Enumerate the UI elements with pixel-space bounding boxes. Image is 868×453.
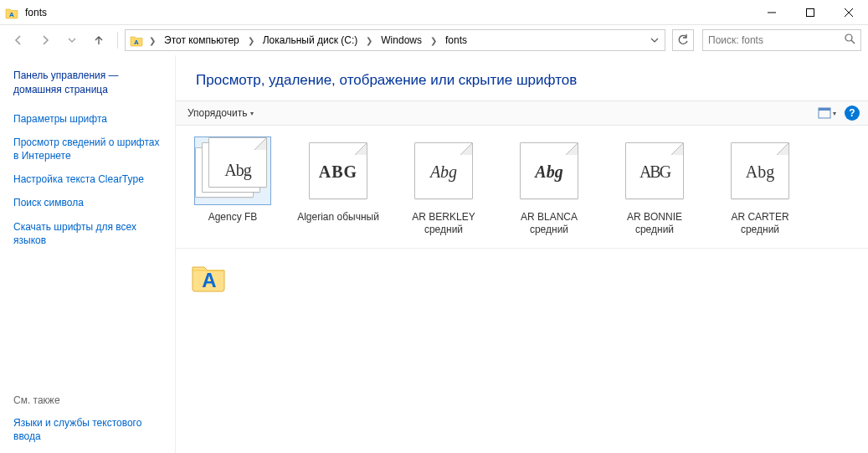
font-name-label: Agency FB [191, 211, 275, 224]
help-button[interactable]: ? [845, 106, 860, 121]
maximize-icon [806, 8, 814, 17]
address-history-button[interactable] [646, 36, 663, 44]
caret-down-icon: ▾ [250, 110, 254, 117]
chevron-down-icon [68, 36, 76, 44]
organize-button[interactable]: Упорядочить ▾ [184, 106, 257, 121]
font-item[interactable]: ABGAR BONNIE средний [613, 137, 696, 236]
svg-rect-5 [819, 108, 830, 111]
font-name-label: AR BONNIE средний [613, 211, 696, 236]
toolbar: Упорядочить ▾ ▾ ? [176, 100, 868, 126]
breadcrumb-item[interactable]: Локальный диск (C:) [258, 30, 363, 50]
fonts-folder-icon: A [130, 33, 143, 47]
svg-point-3 [845, 34, 852, 41]
separator [117, 32, 118, 49]
font-sample: Abg [208, 161, 267, 180]
chevron-right-icon[interactable]: ❯ [364, 36, 374, 45]
sidebar-link[interactable]: Просмотр сведений о шрифтах в Интернете [13, 136, 165, 162]
refresh-icon [677, 34, 689, 46]
minimize-button[interactable] [752, 0, 791, 25]
refresh-button[interactable] [672, 29, 694, 51]
font-thumbnail: Abg [195, 137, 270, 204]
font-sample: Abg [415, 162, 472, 182]
font-sample: ABG [626, 162, 683, 182]
see-also-label: См. также [13, 394, 165, 406]
arrow-right-icon [39, 34, 51, 46]
minimize-icon [768, 8, 776, 17]
font-item[interactable]: AbgAgency FB [191, 137, 275, 236]
page-title: Просмотр, удаление, отображение или скры… [196, 72, 848, 89]
control-panel-home-link[interactable]: Панель управления — домашняя страница [13, 69, 165, 97]
maximize-button[interactable] [791, 0, 829, 25]
caret-down-icon: ▾ [833, 110, 836, 117]
close-button[interactable] [829, 0, 868, 25]
font-name-label: Algerian обычный [296, 211, 380, 224]
font-thumbnail: Abg [722, 137, 798, 204]
organize-label: Упорядочить [187, 107, 247, 119]
forward-button[interactable] [33, 28, 57, 52]
chevron-right-icon[interactable]: ❯ [429, 36, 439, 45]
search-icon[interactable] [845, 33, 855, 47]
search-input[interactable] [708, 34, 845, 46]
sidebar-link[interactable]: Параметры шрифта [13, 112, 165, 126]
sidebar-link[interactable]: Настройка текста ClearType [13, 172, 165, 186]
fonts-folder-large-icon: A [189, 255, 228, 294]
main-pane: Просмотр, удаление, отображение или скры… [176, 55, 868, 453]
search-box[interactable] [702, 29, 861, 51]
chevron-right-icon[interactable]: ❯ [147, 36, 157, 45]
sidebar: Панель управления — домашняя страница Па… [0, 55, 176, 453]
back-button[interactable] [7, 28, 30, 52]
breadcrumb-item[interactable]: Windows [376, 30, 427, 50]
breadcrumb-item[interactable]: fonts [440, 30, 472, 50]
font-sample: Abg [521, 162, 578, 182]
arrow-left-icon [13, 34, 24, 46]
svg-text:A: A [9, 10, 14, 18]
svg-text:A: A [134, 39, 139, 46]
svg-rect-1 [807, 8, 814, 16]
app-icon: A [0, 6, 23, 19]
svg-text:A: A [202, 269, 216, 291]
address-icon: A [127, 33, 146, 47]
window-title: fonts [23, 7, 47, 18]
breadcrumb-item[interactable]: Этот компьютер [159, 30, 244, 50]
see-also-link[interactable]: Языки и службы текстового ввода [13, 416, 165, 443]
chevron-down-icon [650, 36, 659, 44]
font-sample: ABG [310, 162, 367, 182]
title-bar: A fonts [0, 0, 868, 25]
chevron-right-icon[interactable]: ❯ [246, 36, 256, 45]
font-thumbnail: Abg [406, 137, 481, 204]
font-item[interactable]: AbgAR BLANCA средний [507, 137, 591, 236]
font-name-label: AR BLANCA средний [507, 211, 591, 236]
font-thumbnail: Abg [511, 137, 587, 204]
recent-locations-button[interactable] [60, 28, 84, 52]
sidebar-link[interactable]: Поиск символа [13, 196, 165, 209]
view-options-button[interactable]: ▾ [814, 106, 840, 121]
nav-bar: A ❯ Этот компьютер ❯ Локальный диск (C:)… [0, 25, 868, 55]
arrow-up-icon [93, 34, 105, 46]
font-grid: AbgAgency FBABGAlgerian обычныйAbgAR BER… [176, 126, 868, 248]
sidebar-link[interactable]: Скачать шрифты для всех языков [13, 220, 165, 247]
font-name-label: AR CARTER средний [718, 211, 802, 236]
font-thumbnail: ABG [300, 137, 376, 204]
details-pane: A [176, 248, 868, 300]
font-item[interactable]: AbgAR BERKLEY средний [402, 137, 485, 236]
font-sample: Abg [732, 162, 788, 182]
font-item[interactable]: AbgAR CARTER средний [718, 137, 802, 236]
font-item[interactable]: ABGAlgerian обычный [296, 137, 380, 236]
close-icon [845, 8, 853, 17]
font-name-label: AR BERKLEY средний [402, 211, 485, 236]
up-button[interactable] [87, 28, 110, 52]
view-icon [818, 107, 831, 119]
address-bar[interactable]: A ❯ Этот компьютер ❯ Локальный диск (C:)… [125, 29, 665, 51]
font-thumbnail: ABG [617, 137, 692, 204]
fonts-folder-icon: A [5, 6, 18, 19]
